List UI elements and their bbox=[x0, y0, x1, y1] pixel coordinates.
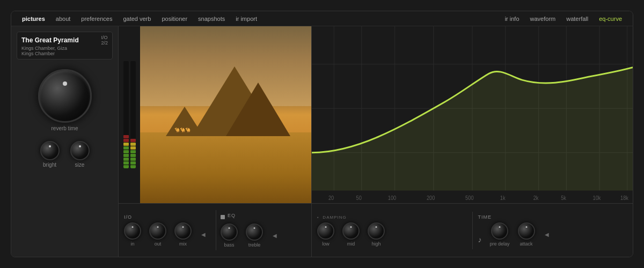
svg-text:500: 500 bbox=[465, 195, 474, 202]
plugin-container: pictures about preferences gated verb po… bbox=[11, 11, 633, 257]
reverb-time-knob[interactable] bbox=[38, 69, 92, 123]
vu-meters bbox=[119, 26, 140, 203]
pre-delay-knob[interactable] bbox=[491, 222, 508, 240]
out-knob[interactable] bbox=[149, 222, 166, 240]
vu-seg bbox=[123, 154, 129, 157]
svg-text:2k: 2k bbox=[533, 195, 539, 202]
mid-knob-item: mid bbox=[342, 222, 360, 247]
menu-gated-verb[interactable]: gated verb bbox=[118, 16, 156, 22]
time-arrow-button[interactable]: ◀ bbox=[545, 232, 549, 237]
io-arrow-button[interactable]: ◀ bbox=[201, 232, 206, 237]
svg-text:5k: 5k bbox=[561, 195, 566, 202]
vu-seg bbox=[123, 143, 129, 146]
svg-text:200: 200 bbox=[427, 195, 435, 202]
out-knob-item: out bbox=[149, 222, 166, 247]
damping-knobs-row: low mid high bbox=[317, 222, 467, 247]
damping-label: ▪ DAMPING bbox=[317, 214, 467, 220]
pyramid-image: 🐪🐪🐪 bbox=[140, 26, 311, 203]
io-knobs-row: in out mix ◀ bbox=[124, 222, 210, 247]
preset-title: The Great Pyramid bbox=[21, 36, 79, 44]
vu-seg bbox=[123, 135, 129, 138]
ground bbox=[140, 132, 311, 203]
time-label: TIME bbox=[478, 214, 628, 220]
mix-knob[interactable] bbox=[174, 222, 192, 240]
high-knob[interactable] bbox=[368, 222, 385, 240]
attack-knob-item: attack bbox=[518, 222, 535, 247]
treble-label: treble bbox=[248, 242, 261, 248]
vu-seg bbox=[123, 150, 129, 153]
vu-seg bbox=[130, 139, 136, 142]
bass-knob-item: bass bbox=[221, 224, 238, 248]
svg-text:10k: 10k bbox=[593, 195, 601, 202]
menu-snapshots[interactable]: snapshots bbox=[193, 16, 230, 22]
menu-positioner[interactable]: positioner bbox=[156, 16, 193, 22]
center-area: 🐪🐪🐪 I/O in out bbox=[119, 26, 312, 257]
attack-knob[interactable] bbox=[518, 222, 535, 240]
damping-indicator: ▪ bbox=[317, 215, 319, 220]
bright-knob[interactable] bbox=[40, 141, 60, 160]
center-bottom-controls: I/O in out mix bbox=[119, 203, 311, 257]
treble-knob[interactable] bbox=[246, 224, 263, 241]
svg-text:18k: 18k bbox=[620, 195, 628, 202]
mix-label: mix bbox=[179, 241, 187, 247]
low-label: low bbox=[322, 241, 330, 247]
menu-eq-curve[interactable]: eq-curve bbox=[594, 16, 627, 22]
time-section: TIME ♪ pre delay attack ◀ bbox=[473, 212, 633, 249]
menu-ir-info[interactable]: ir info bbox=[500, 16, 525, 22]
preset-location: Kings Chamber, Giza bbox=[21, 46, 108, 51]
vu-seg bbox=[123, 139, 129, 142]
pyramid-right bbox=[226, 83, 290, 136]
main-area: The Great Pyramid I/O2/2 Kings Chamber, … bbox=[11, 26, 633, 257]
out-label: out bbox=[155, 241, 162, 247]
menu-pictures[interactable]: pictures bbox=[17, 16, 50, 22]
size-knob-item: size bbox=[70, 141, 90, 168]
right-panel: 20 50 100 200 500 1k 2k 5k 10k 18k ▪ bbox=[312, 26, 633, 257]
svg-text:20: 20 bbox=[328, 195, 334, 202]
bass-label: bass bbox=[224, 242, 234, 248]
menu-about[interactable]: about bbox=[50, 16, 76, 22]
eq-curve-svg: 20 50 100 200 500 1k 2k 5k 10k 18k bbox=[312, 26, 633, 203]
preset-info: The Great Pyramid I/O2/2 Kings Chamber, … bbox=[17, 32, 113, 59]
pre-delay-icon: ♪ bbox=[478, 235, 482, 244]
vu-bar-left bbox=[123, 61, 129, 168]
damping-section: ▪ DAMPING low mid bbox=[312, 212, 473, 249]
in-knob-item: in bbox=[124, 222, 141, 247]
in-knob[interactable] bbox=[124, 222, 141, 240]
menu-waveform[interactable]: waveform bbox=[525, 16, 561, 22]
eq-section-controls: EQ bass treble ◀ bbox=[216, 210, 311, 250]
menu-ir-import[interactable]: ir import bbox=[230, 16, 262, 22]
eq-label: EQ bbox=[228, 213, 236, 218]
menu-preferences[interactable]: preferences bbox=[76, 16, 118, 22]
svg-text:100: 100 bbox=[388, 195, 397, 202]
vu-seg bbox=[123, 161, 129, 165]
reverb-time-container: reverb time bbox=[38, 69, 92, 131]
eq-curve-display: 20 50 100 200 500 1k 2k 5k 10k 18k bbox=[312, 26, 633, 203]
menu-waterfall[interactable]: waterfall bbox=[561, 16, 594, 22]
picture-display: 🐪🐪🐪 bbox=[140, 26, 311, 203]
mix-knob-item: mix bbox=[174, 222, 192, 247]
vu-picture-row: 🐪🐪🐪 bbox=[119, 26, 311, 203]
bright-label: bright bbox=[43, 162, 56, 168]
right-bottom-controls: ▪ DAMPING low mid bbox=[312, 203, 633, 257]
in-label: in bbox=[130, 241, 134, 247]
preset-io: I/O2/2 bbox=[101, 35, 108, 46]
vu-seg bbox=[130, 154, 136, 157]
low-knob[interactable] bbox=[317, 222, 334, 240]
size-knob[interactable] bbox=[70, 141, 90, 160]
eq-knobs-row: bass treble ◀ bbox=[221, 224, 307, 248]
pre-delay-icon-area: ♪ bbox=[478, 235, 482, 247]
vu-seg bbox=[130, 150, 136, 153]
high-label: high bbox=[371, 241, 380, 247]
svg-text:1k: 1k bbox=[500, 195, 506, 202]
vu-seg bbox=[130, 165, 136, 168]
camels: 🐪🐪🐪 bbox=[174, 128, 191, 132]
mid-knob[interactable] bbox=[342, 222, 360, 240]
bass-knob[interactable] bbox=[221, 224, 238, 241]
pre-delay-label: pre delay bbox=[490, 241, 510, 247]
pre-delay-knob-item: pre delay bbox=[490, 222, 510, 247]
io-label: I/O bbox=[124, 214, 210, 220]
vu-seg bbox=[130, 143, 136, 146]
time-knobs-row: ♪ pre delay attack ◀ bbox=[478, 222, 628, 247]
eq-arrow-button[interactable]: ◀ bbox=[273, 233, 277, 239]
small-knobs-row: bright size bbox=[40, 141, 90, 168]
